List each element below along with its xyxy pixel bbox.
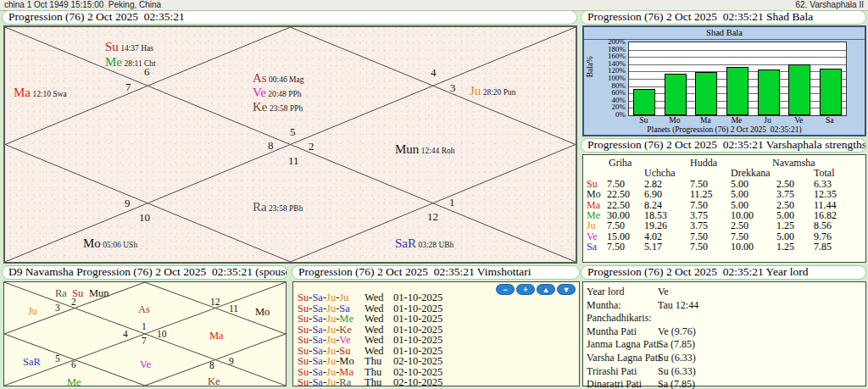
strengths-row: Ma22.508.247.505.002.5011.44 — [583, 199, 865, 209]
d9-chart-header: D9 Navamsha Progression (76) 2 Oct 2025 … — [2, 265, 287, 280]
house-number: 2 — [309, 140, 314, 153]
house-number: 4 — [123, 329, 128, 339]
yearlord-value: Su (6.33) — [658, 365, 696, 378]
vimshottari-row[interactable]: Su-Sa-Ju-RaThu02-10-2025 — [298, 376, 442, 386]
strengths-row: Su7.502.827.505.002.506.33 — [583, 178, 865, 188]
house-number: 10 — [157, 329, 167, 339]
yearlord-value: Tau 12:44 — [658, 299, 698, 312]
strengths-row: Mo22.506.9011.255.003.7512.35 — [583, 188, 865, 198]
planet-label-ju: Ju 28:20 Pun — [470, 83, 516, 98]
y-tick-label: 80% — [586, 81, 626, 90]
planet-degree-nakshatra: 28:11 Cht — [122, 59, 156, 68]
strength-value: 5.17 — [644, 241, 662, 253]
y-tick-label: 140% — [586, 59, 626, 68]
scroll-up-button[interactable]: ▲ — [537, 284, 555, 295]
zoom-out-button[interactable]: − — [496, 284, 515, 295]
chart-grid-lines — [5, 27, 576, 262]
planet-abbr: Ve — [253, 86, 266, 99]
yearlord-value: Ve — [658, 286, 669, 298]
yearlord-label: Year lord — [587, 286, 624, 298]
shadbala-bar-ve — [788, 64, 810, 115]
y-tick-label: 20% — [586, 103, 626, 111]
planet-label-ra: Ra 23:58 PBh — [253, 199, 303, 214]
house-number: 1 — [142, 321, 147, 331]
planet-degree-nakshatra: 00:46 Mag — [267, 75, 304, 84]
yearlord-value: Ve (9.76) — [658, 325, 696, 338]
planet-degree-nakshatra: 05:06 USh — [101, 241, 137, 249]
strengths-row: Ju7.5019.263.752.501.258.56 — [583, 220, 865, 230]
house-number: 10 — [139, 211, 150, 225]
planet-label-ra: Ra — [55, 285, 67, 300]
vimshottari-header: Progression (76) 2 Oct 2025 02:35:21 Vim… — [292, 265, 580, 280]
house-number: 7 — [125, 81, 131, 94]
row-planet: Sa — [587, 241, 597, 253]
zoom-in-button[interactable]: + — [516, 284, 535, 295]
planet-label-mo: Mo 05:06 USh — [83, 236, 137, 251]
planet-label-ma: Ma — [209, 327, 224, 342]
shadbala-bar-ju — [758, 69, 780, 115]
main-rasi-chart[interactable]: 674358211910112Su 14:37 HasMe 28:11 ChtM… — [3, 25, 577, 264]
strength-value: 7.50 — [607, 241, 625, 253]
gridline — [629, 64, 846, 65]
gridline — [629, 57, 846, 58]
col-header-griha: Griha — [609, 157, 632, 169]
strengths-row: Sa7.505.177.5010.001.257.85 — [583, 241, 865, 251]
strengths-row: Me30.0018.533.7510.005.0016.82 — [583, 209, 865, 220]
scroll-down-button[interactable]: ▼ — [557, 284, 576, 295]
chart-title: Shad Bala — [584, 28, 865, 40]
yearlord-label: Varsha Lagna Pati — [587, 352, 660, 364]
house-number: 8 — [209, 360, 214, 370]
x-tick-label: Sa — [815, 116, 845, 125]
house-number: 11 — [288, 154, 299, 168]
x-axis-label: Planets (Progression (76) 2 Oct 2025 02:… — [584, 125, 865, 134]
shadbala-bar-su — [633, 89, 655, 115]
yearlord-table: Year lordVeMuntha:Tau 12:44Panchadhikari… — [582, 281, 866, 386]
house-number: 3 — [450, 81, 456, 95]
planet-label-as: As — [138, 301, 150, 316]
planet-abbr: Ma — [209, 330, 224, 342]
planet-abbr: Ve — [140, 358, 151, 370]
planet-abbr: Ra — [253, 200, 267, 214]
birth-data-text: china 1 Oct 1949 15:15:00 Peking, China — [4, 0, 161, 10]
planet-label-ju: Ju — [28, 303, 37, 318]
planet-abbr: Mun — [89, 287, 109, 299]
y-tick-label: 100% — [586, 74, 626, 82]
planet-degree-nakshatra: 23:58 PPh — [268, 104, 303, 113]
strength-value: 7.50 — [690, 241, 708, 253]
planet-label-ve: Ve 20:48 PPh — [253, 85, 302, 100]
planet-abbr: SaR — [395, 236, 416, 250]
planet-degree-nakshatra: 14:37 Has — [119, 44, 153, 53]
col-header-hudda: Hudda — [690, 157, 717, 169]
house-number: 12 — [427, 210, 438, 224]
yearlord-label: Muntha: — [587, 299, 621, 312]
house-number: 3 — [55, 303, 60, 313]
planet-abbr: Mo — [83, 236, 101, 250]
planet-degree-nakshatra: 28:20 Pun — [481, 88, 515, 97]
house-number: 5 — [290, 125, 296, 139]
main-chart-header: Progression (76) 2 Oct 2025 02:35:21 — [2, 10, 577, 25]
house-number: 9 — [125, 197, 131, 210]
plot-area — [628, 42, 847, 116]
planet-abbr: Su — [105, 40, 119, 53]
col-header-navamsha: Navamsha — [772, 157, 815, 169]
y-tick-label: 120% — [586, 66, 626, 75]
planet-label-mo: Mo — [255, 303, 270, 319]
shadbala-chart: Shad Bala Bala% Planets (Progression (76… — [582, 25, 866, 136]
screen-name-text: 62. Varshaphala II — [796, 0, 864, 10]
y-tick-label: 180% — [586, 45, 626, 53]
shadbala-bar-sa — [820, 69, 842, 115]
strengths-header: Progression (76) 2 Oct 2025 02:35:21 Var… — [581, 138, 866, 153]
planet-label-sar: SaR — [23, 353, 41, 369]
d9-navamsha-chart[interactable]: 231211141075698RaSuMunJuAsMoMaSaRVeMeKe — [3, 281, 287, 386]
app-window: china 1 Oct 1949 15:15:00 Peking, China … — [0, 0, 868, 389]
house-number: 12 — [210, 297, 220, 307]
gridline — [629, 50, 846, 51]
planet-label-sar: SaR 03:28 UBh — [395, 236, 453, 251]
y-tick-label: 200% — [586, 37, 626, 46]
planet-abbr: Ke — [253, 100, 268, 114]
planet-abbr: Ra — [55, 287, 67, 299]
house-number: 6 — [71, 359, 76, 370]
planet-abbr: As — [138, 303, 150, 315]
x-tick-label: Ve — [783, 116, 814, 125]
shadbala-header: Progression (76) 2 Oct 2025 02:35:21 Sha… — [581, 10, 866, 25]
